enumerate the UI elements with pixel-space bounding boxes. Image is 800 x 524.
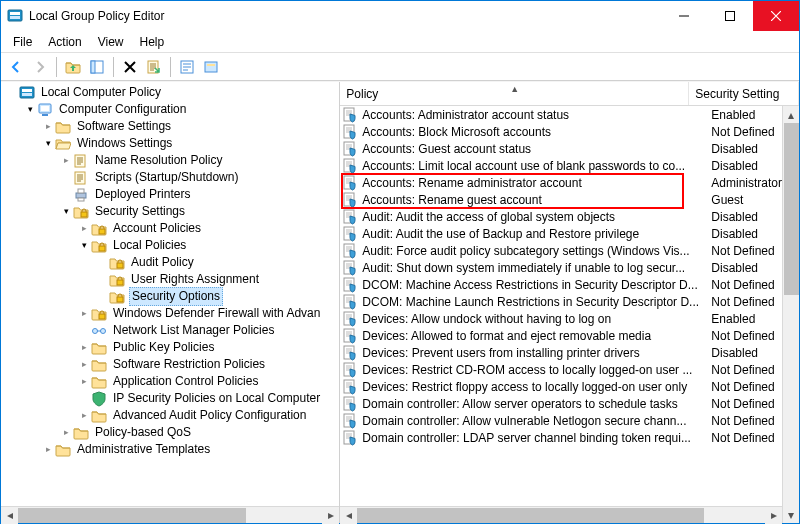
tree-deployed-printers[interactable]: Deployed Printers [1, 186, 339, 203]
policy-row[interactable]: Accounts: Rename administrator accountAd… [340, 174, 782, 191]
properties-button[interactable] [176, 56, 198, 78]
policy-row[interactable]: Audit: Shut down system immediately if u… [340, 259, 782, 276]
forward-button[interactable] [29, 56, 51, 78]
policy-name: DCOM: Machine Access Restrictions in Sec… [362, 278, 705, 292]
delete-button[interactable] [119, 56, 141, 78]
policy-row[interactable]: Accounts: Administrator account statusEn… [340, 106, 782, 123]
policy-row[interactable]: DCOM: Machine Launch Restrictions in Sec… [340, 293, 782, 310]
policy-row[interactable]: Devices: Restrict CD-ROM access to local… [340, 361, 782, 378]
tree-ip-security-policies[interactable]: IP Security Policies on Local Computer [1, 390, 339, 407]
policy-list[interactable]: Accounts: Administrator account statusEn… [340, 106, 782, 506]
tree-software-restriction-policies[interactable]: ▸Software Restriction Policies [1, 356, 339, 373]
close-button[interactable] [753, 1, 799, 31]
policy-row[interactable]: Devices: Allowed to format and eject rem… [340, 327, 782, 344]
tree-root[interactable]: Local Computer Policy [1, 84, 339, 101]
tree-local-policies[interactable]: ▾Local Policies [1, 237, 339, 254]
policy-icon [342, 379, 358, 395]
list-scrollbar-v[interactable]: ▴ ▾ [782, 106, 799, 523]
up-button[interactable] [62, 56, 84, 78]
scroll-left-icon[interactable]: ◂ [340, 507, 357, 524]
tree-item-label: Public Key Policies [111, 339, 216, 356]
menu-action[interactable]: Action [40, 33, 89, 51]
menu-help[interactable]: Help [132, 33, 173, 51]
expand-icon[interactable]: ▸ [41, 118, 55, 135]
tree-user-rights-assignment[interactable]: User Rights Assignment [1, 271, 339, 288]
export-button[interactable] [143, 56, 165, 78]
tree-account-policies[interactable]: ▸Account Policies [1, 220, 339, 237]
expand-icon[interactable]: ▸ [77, 220, 91, 237]
menu-view[interactable]: View [90, 33, 132, 51]
expand-icon[interactable]: ▸ [77, 373, 91, 390]
policy-row[interactable]: Audit: Audit the use of Backup and Resto… [340, 225, 782, 242]
show-hide-tree-button[interactable] [86, 56, 108, 78]
tree-item-label: Application Control Policies [111, 373, 260, 390]
expand-icon[interactable]: ▸ [59, 424, 73, 441]
policy-row[interactable]: Audit: Force audit policy subcategory se… [340, 242, 782, 259]
filter-button[interactable] [200, 56, 222, 78]
policy-row[interactable]: Audit: Audit the access of global system… [340, 208, 782, 225]
tree-public-key-policies[interactable]: ▸Public Key Policies [1, 339, 339, 356]
tree-item-label: Administrative Templates [75, 441, 212, 458]
tree-administrative-templates[interactable]: ▸Administrative Templates [1, 441, 339, 458]
folder-icon [91, 357, 107, 373]
scroll-right-icon[interactable]: ▸ [322, 507, 339, 524]
folder-lock-icon [109, 272, 125, 288]
scroll-right-icon[interactable]: ▸ [765, 507, 782, 524]
tree-application-control-policies[interactable]: ▸Application Control Policies [1, 373, 339, 390]
expand-icon[interactable]: ▸ [77, 305, 91, 322]
tree-security-options[interactable]: Security Options [1, 288, 339, 305]
tree-windows-settings[interactable]: ▾Windows Settings [1, 135, 339, 152]
expand-icon[interactable]: ▸ [59, 152, 73, 169]
policy-row[interactable]: Accounts: Limit local account use of bla… [340, 157, 782, 174]
window-title: Local Group Policy Editor [29, 9, 661, 23]
policy-icon [342, 158, 358, 174]
policy-row[interactable]: Accounts: Rename guest accountGuest [340, 191, 782, 208]
folder-open-icon [55, 136, 71, 152]
scroll-icon [73, 153, 89, 169]
policy-icon [342, 328, 358, 344]
collapse-icon[interactable]: ▾ [77, 237, 91, 254]
tree-computer-configuration[interactable]: ▾Computer Configuration [1, 101, 339, 118]
minimize-button[interactable] [661, 1, 707, 31]
policy-row[interactable]: Accounts: Guest account statusDisabled [340, 140, 782, 157]
list-header: Policy Security Setting ▲ [340, 82, 799, 106]
tree-audit-policy[interactable]: Audit Policy [1, 254, 339, 271]
policy-icon [342, 141, 358, 157]
expand-icon[interactable]: ▸ [77, 339, 91, 356]
collapse-icon[interactable]: ▾ [59, 203, 73, 220]
tree-windows-defender-firewall[interactable]: ▸Windows Defender Firewall with Advan [1, 305, 339, 322]
policy-row[interactable]: Devices: Restrict floppy access to local… [340, 378, 782, 395]
back-button[interactable] [5, 56, 27, 78]
tree-security-settings[interactable]: ▾Security Settings [1, 203, 339, 220]
scroll-left-icon[interactable]: ◂ [1, 507, 18, 524]
expand-icon[interactable]: ▸ [77, 407, 91, 424]
scroll-up-icon[interactable]: ▴ [783, 106, 799, 123]
tree-software-settings[interactable]: ▸Software Settings [1, 118, 339, 135]
policy-row[interactable]: Domain controller: Allow vulnerable Netl… [340, 412, 782, 429]
policy-row[interactable]: Domain controller: LDAP server channel b… [340, 429, 782, 446]
content: Local Computer Policy▾Computer Configura… [1, 81, 799, 523]
policy-row[interactable]: Accounts: Block Microsoft accountsNot De… [340, 123, 782, 140]
collapse-icon[interactable]: ▾ [23, 101, 37, 118]
tree-policy-based-qos[interactable]: ▸Policy-based QoS [1, 424, 339, 441]
expand-icon[interactable]: ▸ [41, 441, 55, 458]
policy-row[interactable]: DCOM: Machine Access Restrictions in Sec… [340, 276, 782, 293]
tree-item-label: Security Settings [93, 203, 187, 220]
column-header-security[interactable]: Security Setting [689, 82, 799, 105]
maximize-button[interactable] [707, 1, 753, 31]
expand-icon[interactable]: ▸ [77, 356, 91, 373]
policy-row[interactable]: Domain controller: Allow server operator… [340, 395, 782, 412]
tree-scrollbar-h[interactable]: ◂ ▸ [1, 506, 339, 523]
collapse-icon[interactable]: ▾ [41, 135, 55, 152]
tree-item-label: Software Restriction Policies [111, 356, 267, 373]
tree-scripts[interactable]: Scripts (Startup/Shutdown) [1, 169, 339, 186]
policy-value: Disabled [705, 261, 782, 275]
tree-name-resolution-policy[interactable]: ▸Name Resolution Policy [1, 152, 339, 169]
scroll-down-icon[interactable]: ▾ [783, 506, 799, 523]
policy-row[interactable]: Devices: Allow undock without having to … [340, 310, 782, 327]
menu-file[interactable]: File [5, 33, 40, 51]
tree-network-list-manager-policies[interactable]: Network List Manager Policies [1, 322, 339, 339]
list-scrollbar-h[interactable]: ◂ ▸ [340, 506, 782, 523]
tree-advanced-audit-policy-configuration[interactable]: ▸Advanced Audit Policy Configuration [1, 407, 339, 424]
policy-row[interactable]: Devices: Prevent users from installing p… [340, 344, 782, 361]
